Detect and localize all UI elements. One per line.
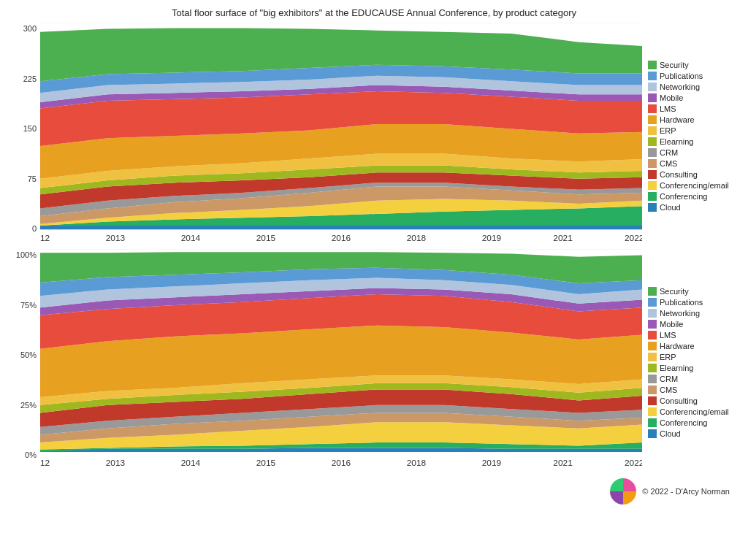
avatar xyxy=(610,478,636,505)
svg-text:2019: 2019 xyxy=(482,233,502,243)
footer: © 2022 - D'Arcy Norman xyxy=(11,475,737,505)
y-label-25pct: 25% xyxy=(20,401,37,410)
legend-item-hardware: Hardware xyxy=(648,115,737,124)
percentage-svg: 2012 2013 2014 2015 2016 2018 2019 2021 … xyxy=(40,249,642,475)
legend-item-elearning-pct: Elearning xyxy=(648,364,737,372)
legend-label-crm-pct: CRM xyxy=(660,375,678,383)
legend-item-erp-pct: ERP xyxy=(648,353,737,361)
svg-text:2018: 2018 xyxy=(407,233,427,243)
y-label-150: 150 xyxy=(23,124,37,133)
legend-label-networking: Networking xyxy=(660,83,700,91)
legend-swatch-hardware-pct xyxy=(648,342,657,350)
legend-label-networking-pct: Networking xyxy=(660,309,700,318)
legend-label-security-pct: Security xyxy=(660,287,689,296)
legend-item-cms: CMS xyxy=(648,159,737,168)
y-label-225: 225 xyxy=(23,74,37,83)
absolute-chart-area: 2012 2013 2014 2015 2016 2018 2019 2021 … xyxy=(40,23,642,249)
y-label-0pct: 0% xyxy=(25,450,37,459)
y-axis-absolute: 300 225 150 75 0 xyxy=(11,23,40,249)
legend-swatch-conferencing-email-pct xyxy=(648,407,657,416)
legend-item-crm: CRM xyxy=(648,148,737,157)
legend-swatch-consulting-pct xyxy=(648,396,657,405)
legend-label-erp: ERP xyxy=(660,126,676,135)
svg-text:2022: 2022 xyxy=(625,233,642,243)
legend-swatch-erp-pct xyxy=(648,353,657,361)
legend-label-cms: CMS xyxy=(660,159,677,168)
legend-swatch-mobile-pct xyxy=(648,320,657,329)
legend-item-hardware-pct: Hardware xyxy=(648,342,737,350)
legend-swatch-cloud-pct xyxy=(648,429,657,438)
legend-item-cloud-pct: Cloud xyxy=(648,429,737,438)
legend-label-hardware: Hardware xyxy=(660,115,695,124)
legend-swatch-erp xyxy=(648,126,657,135)
legend-label-publications: Publications xyxy=(660,72,703,80)
legend-swatch-elearning-pct xyxy=(648,364,657,372)
legend-item-crm-pct: CRM xyxy=(648,375,737,383)
absolute-svg: 2012 2013 2014 2015 2016 2018 2019 2021 … xyxy=(40,23,642,249)
y-label-300: 300 xyxy=(23,24,37,33)
legend-item-elearning: Elearning xyxy=(648,137,737,146)
legend-label-security: Security xyxy=(660,61,689,69)
legend-swatch-cloud xyxy=(648,203,657,212)
legend-item-conferencing-email: Conferencing/email xyxy=(648,181,737,190)
legend-item-conferencing-pct: Conferencing xyxy=(648,418,737,427)
legend-swatch-conferencing-pct xyxy=(648,418,657,427)
charts-container: 300 225 150 75 0 xyxy=(11,23,737,475)
legend-item-consulting-pct: Consulting xyxy=(648,396,737,405)
legend-swatch-networking-pct xyxy=(648,309,657,318)
svg-text:2022: 2022 xyxy=(625,458,642,468)
svg-text:2014: 2014 xyxy=(181,458,201,468)
legend-item-security: Security xyxy=(648,61,737,69)
legend-label-hardware-pct: Hardware xyxy=(660,342,695,350)
y-label-50pct: 50% xyxy=(20,350,37,359)
legend-swatch-publications-pct xyxy=(648,298,657,307)
svg-text:2014: 2014 xyxy=(181,233,201,243)
legend-swatch-conferencing xyxy=(648,192,657,201)
svg-text:2012: 2012 xyxy=(40,233,50,243)
legend-swatch-consulting xyxy=(648,170,657,179)
percentage-chart-area: 2012 2013 2014 2015 2016 2018 2019 2021 … xyxy=(40,249,642,475)
legend-label-conferencing-email-pct: Conferencing/email xyxy=(660,407,729,416)
chart-title: Total floor surface of "big exhibitors" … xyxy=(11,7,737,18)
legend-label-cms-pct: CMS xyxy=(660,386,677,394)
legend-label-elearning: Elearning xyxy=(660,137,693,146)
legend-swatch-hardware xyxy=(648,115,657,124)
legend-percentage: Security Publications Networking Mobile … xyxy=(642,249,737,475)
legend-swatch-crm xyxy=(648,148,657,157)
legend-absolute: Security Publications Networking Mobile … xyxy=(642,23,737,249)
legend-label-elearning-pct: Elearning xyxy=(660,364,693,372)
legend-label-mobile: Mobile xyxy=(660,93,683,102)
svg-text:2021: 2021 xyxy=(553,233,573,243)
legend-label-publications-pct: Publications xyxy=(660,298,703,307)
legend-swatch-elearning xyxy=(648,137,657,146)
legend-item-cms-pct: CMS xyxy=(648,386,737,394)
legend-item-lms-pct: LMS xyxy=(648,331,737,340)
svg-text:2016: 2016 xyxy=(332,233,351,243)
y-label-75: 75 xyxy=(28,174,37,183)
legend-swatch-crm-pct xyxy=(648,375,657,383)
legend-swatch-lms xyxy=(648,104,657,113)
legend-item-publications-pct: Publications xyxy=(648,298,737,307)
legend-item-cloud: Cloud xyxy=(648,203,737,212)
legend-item-erp: ERP xyxy=(648,126,737,135)
svg-text:2016: 2016 xyxy=(332,458,351,468)
legend-swatch-mobile xyxy=(648,93,657,102)
legend-swatch-publications xyxy=(648,72,657,80)
svg-text:2015: 2015 xyxy=(256,233,276,243)
legend-label-conferencing-email: Conferencing/email xyxy=(660,181,729,190)
legend-item-conferencing: Conferencing xyxy=(648,192,737,201)
legend-swatch-networking xyxy=(648,83,657,91)
legend-item-publications: Publications xyxy=(648,72,737,80)
legend-swatch-security-pct xyxy=(648,287,657,296)
legend-item-mobile: Mobile xyxy=(648,93,737,102)
legend-item-networking: Networking xyxy=(648,83,737,91)
legend-item-consulting: Consulting xyxy=(648,170,737,179)
svg-text:2021: 2021 xyxy=(553,458,573,468)
page: Total floor surface of "big exhibitors" … xyxy=(0,0,748,560)
svg-text:2019: 2019 xyxy=(482,458,502,468)
legend-item-conferencing-email-pct: Conferencing/email xyxy=(648,407,737,416)
legend-label-crm: CRM xyxy=(660,148,678,157)
y-label-0: 0 xyxy=(32,224,37,233)
legend-swatch-lms-pct xyxy=(648,331,657,340)
svg-text:2012: 2012 xyxy=(40,458,50,468)
